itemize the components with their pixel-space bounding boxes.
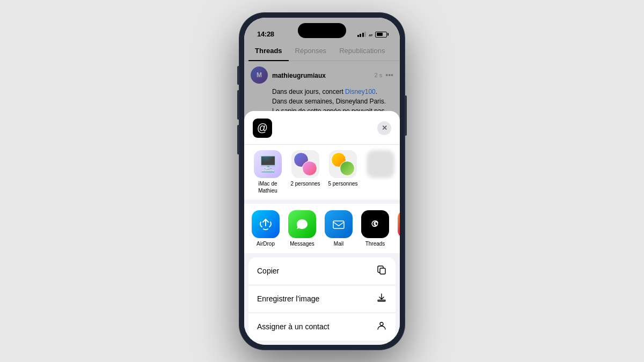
threads-label: Threads [365,241,385,247]
imac-label: iMac de Mathieu [258,180,277,194]
enregistrer-icon [376,292,387,306]
share-close-button[interactable]: ✕ [377,121,391,135]
assigner-label: Assigner à un contact [257,322,330,331]
group2-avatar [329,150,357,178]
imac-avatar: 🖥️ [254,150,282,178]
action-enregistrer[interactable]: Enregistrer l'image [248,285,396,313]
copier-label: Copier [257,267,279,275]
svg-point-6 [380,322,383,326]
phone-frame: 14:28 𝓌 Threads Réponses Republi [239,12,405,350]
phone-screen: 14:28 𝓌 Threads Réponses Republi [244,18,400,345]
share-app-instagram[interactable]: Ins... [398,210,400,247]
share-app-messages[interactable]: Messages [288,210,316,247]
blurred-avatar [367,150,394,178]
share-app-mail[interactable]: Mail [325,210,353,247]
group1-avatar [291,150,319,178]
share-app-threads[interactable]: Threads [361,210,389,247]
share-header: @ ✕ [244,111,400,145]
share-target-more[interactable] [364,150,397,194]
share-app-airdrop[interactable]: AirDrop [252,210,280,247]
instagram-icon [398,210,400,238]
imac-icon: 🖥️ [254,150,282,178]
svg-rect-4 [380,268,385,274]
share-sheet-overlay: @ ✕ 🖥️ iMac de Mathieu [244,18,400,345]
apps-row: AirDrop Messages [244,204,400,253]
people-row: 🖥️ iMac de Mathieu 2 personnes [244,145,400,200]
threads-logo-icon: @ [257,122,268,134]
share-target-group1[interactable]: 2 personnes [289,150,321,194]
group2-label: 5 personnes [328,180,357,187]
group2-avatar2 [340,161,355,176]
messages-icon [288,210,316,238]
power-button[interactable] [405,95,407,136]
volume-down-button[interactable] [237,125,239,154]
share-app-icon: @ [253,119,272,138]
enregistrer-label: Enregistrer l'image [257,294,319,303]
action-copier[interactable]: Copier [248,257,396,285]
action-list: Copier Enregistrer l'image [248,257,396,341]
airdrop-label: AirDrop [257,241,275,247]
mail-icon [325,210,353,238]
svg-rect-0 [333,221,344,228]
group1-label: 2 personnes [290,180,320,187]
copier-icon [376,264,387,278]
share-sheet: @ ✕ 🖥️ iMac de Mathieu [244,111,400,345]
volume-up-button[interactable] [237,90,239,120]
messages-label: Messages [290,241,314,247]
share-target-imac[interactable]: 🖥️ iMac de Mathieu [252,150,284,194]
assigner-icon [376,320,387,334]
group1-avatar2 [302,161,317,176]
action-assigner[interactable]: Assigner à un contact [248,313,396,341]
threads-app-icon [361,210,389,238]
share-target-group2[interactable]: 5 personnes [327,150,359,194]
mail-label: Mail [334,241,343,247]
airdrop-icon [252,210,280,238]
